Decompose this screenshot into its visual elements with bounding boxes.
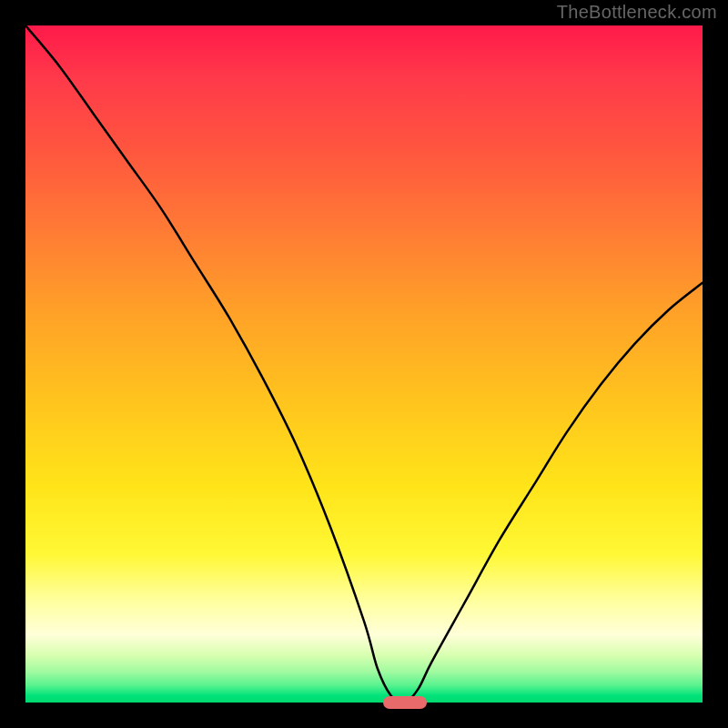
bottleneck-curve — [25, 25, 703, 703]
watermark-text: TheBottleneck.com — [557, 2, 717, 23]
optimal-marker — [383, 696, 427, 709]
plot-area — [25, 25, 703, 703]
chart-frame: TheBottleneck.com — [0, 0, 728, 728]
